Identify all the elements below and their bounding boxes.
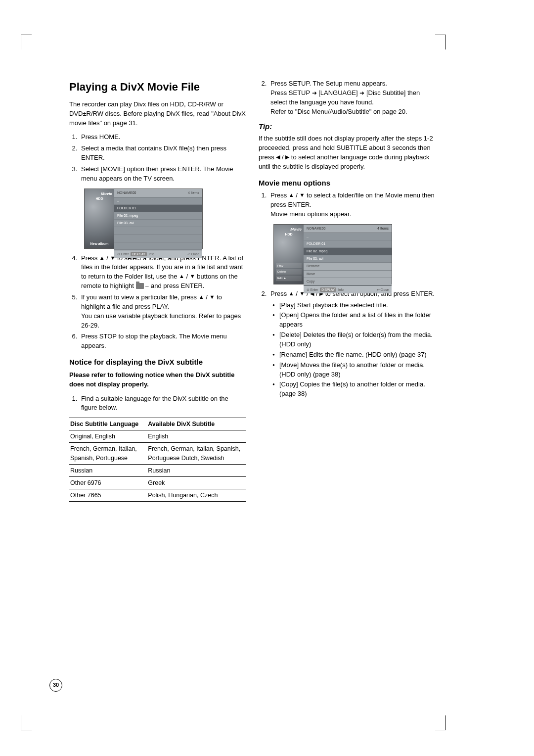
up-icon: ▲ [199, 293, 204, 301]
movie-menu-steps: Press ▲ / ▼ to select a folder/file on t… [259, 191, 435, 219]
bullet-open: [Open] Opens the folder and a list of fi… [279, 311, 435, 330]
table-row: Original, EnglishEnglish [69, 430, 246, 443]
page-number: 30 [49, 679, 62, 692]
shot2-count: 4 Items [377, 226, 389, 231]
shot1-row: File 02. mpeg [114, 212, 202, 220]
movie-menu-heading: Movie menu options [259, 178, 435, 189]
down-icon: ▼ [190, 273, 195, 281]
shot1-row-empty [114, 242, 202, 250]
shot2-row: FOLDER 01 [304, 240, 392, 248]
down-icon: ▼ [300, 191, 305, 199]
shot1-new-album: New album [87, 241, 112, 246]
movie-menu-steps-cont: Press ▲ / ▼ / ◀ / ▶ to select an option,… [259, 289, 435, 399]
shot1-foot-left: ⊙ Enter DISPLAY Info [117, 252, 154, 256]
shot1-row-empty [114, 227, 202, 235]
intro-paragraph: The recorder can play Divx files on HDD,… [69, 100, 246, 128]
shot2-menu-play: Play [276, 263, 302, 269]
movie-step-1: Press ▲ / ▼ to select a folder/file on t… [268, 191, 435, 219]
right-column: Press SETUP. The Setup menu appears. Pre… [259, 79, 435, 502]
page-title: Playing a DivX Movie File [69, 79, 246, 95]
shot1-foot-right: ↩ Close [187, 252, 199, 256]
notice-bold: Please refer to following notice when th… [69, 371, 234, 388]
table-row: French, German, Italian, Spanish, Portug… [69, 443, 246, 464]
up-icon: ▲ [289, 191, 294, 199]
step-5: If you want to view a particular file, p… [79, 293, 246, 330]
bullet-play: [Play] Start playback the selected title… [279, 301, 435, 310]
bullet-copy: [Copy] Copies the file(s) to another fol… [279, 380, 435, 399]
bullet-delete: [Delete] Deletes the file(s) or folder(s… [279, 331, 435, 349]
table-row: Other 7665Polish, Hungarian, Czech [69, 489, 246, 501]
movie-menu-screenshot-2: Movie HDD Play Delete Edit ▸ NONAME00 4 … [273, 224, 392, 284]
tip-body: If the subtitle still does not display p… [259, 134, 435, 171]
crop-mark [21, 715, 32, 730]
bullet-move: [Move] Moves the file(s) to another fold… [279, 361, 435, 379]
table-row: Other 6976Greek [69, 476, 246, 489]
shot2-hdd-label: HDD [276, 232, 302, 237]
crop-mark [435, 35, 446, 49]
down-icon: ▼ [209, 293, 215, 301]
table-head-1: Available DivX Subtitle [147, 418, 246, 430]
movie-menu-screenshot-1: Movie HDD New album NONAME00 4 Items .. … [84, 189, 203, 249]
shot2-row: Move [304, 271, 392, 278]
right-arrow-icon: ➜ [359, 90, 364, 96]
main-steps-list-cont: Press ▲ / ▼ to select a folder, and pres… [69, 254, 246, 351]
right-arrow-icon: ➜ [312, 90, 317, 96]
table-head-0: Disc Subtitle Language [69, 418, 147, 430]
notice-steps: Find a suitable language for the DivX su… [69, 394, 246, 413]
main-steps-list: Press HOME. Select a media that contains… [69, 133, 246, 183]
shot1-side-title: Movie [87, 191, 112, 197]
notice-step-1: Find a suitable language for the DivX su… [79, 394, 246, 413]
shot1-count: 4 Items [188, 190, 199, 195]
crop-mark [21, 35, 32, 49]
shot2-row: File 03. avi [304, 255, 392, 263]
subtitle-language-table: Disc Subtitle Language Available DivX Su… [69, 418, 246, 502]
table-row: RussianRussian [69, 464, 246, 476]
shot1-row: FOLDER 01 [114, 205, 202, 212]
shot2-menu-delete: Delete [276, 269, 302, 275]
shot1-row: .. [114, 197, 202, 205]
up-icon: ▲ [289, 290, 294, 298]
page-content: Playing a DivX Movie File The recorder c… [69, 79, 435, 502]
shot1-row: File 03. avi [114, 220, 202, 227]
up-icon: ▲ [99, 254, 105, 262]
step-3: Select [MOVIE] option then press ENTER. … [79, 165, 246, 184]
shot1-titlebar: NONAME00 [117, 190, 136, 195]
shot2-menu-edit: Edit ▸ [276, 276, 302, 281]
bullet-rename: [Rename] Edits the file name. (HDD only)… [279, 350, 435, 360]
shot1-row-empty [114, 235, 202, 242]
movie-step-2: Press ▲ / ▼ / ◀ / ▶ to select an option,… [268, 289, 435, 399]
shot2-titlebar: NONAME00 [307, 226, 326, 231]
step-4: Press ▲ / ▼ to select a folder, and pres… [79, 254, 246, 291]
step-1: Press HOME. [79, 133, 246, 142]
tip-heading: Tip: [259, 121, 435, 132]
setup-step-2: Press SETUP. The Setup menu appears. Pre… [268, 79, 435, 116]
shot1-hdd-label: HDD [87, 196, 112, 201]
shot2-foot-right: ↩ Close [377, 287, 389, 292]
folder-up-icon [136, 283, 144, 289]
crop-mark [435, 715, 446, 730]
shot2-row: Rename [304, 263, 392, 270]
left-column: Playing a DivX Movie File The recorder c… [69, 79, 246, 502]
up-icon: ▲ [179, 273, 184, 281]
shot2-row: Copy [304, 278, 392, 285]
shot2-foot-left: ⊙ Enter DISPLAY Info [307, 287, 344, 292]
shot2-side-title: Movie [276, 227, 302, 233]
shot2-row: .. [304, 233, 392, 240]
step-6: Press STOP to stop the playback. The Mov… [79, 332, 246, 351]
setup-steps: Press SETUP. The Setup menu appears. Pre… [259, 79, 435, 116]
notice-heading: Notice for displaying the DivX subtitle [69, 357, 246, 368]
options-bullet-list: [Play] Start playback the selected title… [270, 301, 435, 399]
step-2: Select a media that contains DivX file(s… [79, 144, 246, 163]
shot2-row: File 02. mpeg [304, 248, 392, 255]
